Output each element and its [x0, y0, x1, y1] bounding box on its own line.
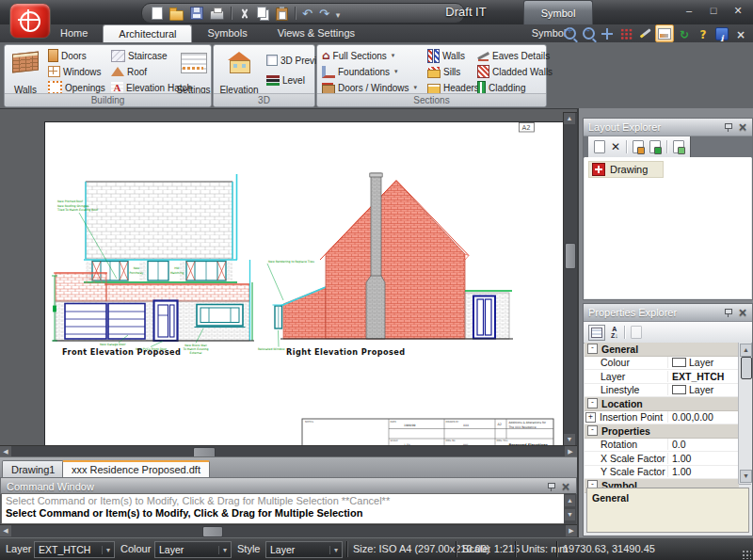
import-layout-icon[interactable]: [633, 140, 644, 153]
scroll-thumb[interactable]: [741, 357, 752, 379]
scroll-thumb[interactable]: [565, 243, 576, 269]
tab-views-settings[interactable]: Views & Settings: [263, 24, 370, 42]
customize-quick-access-icon[interactable]: [336, 5, 341, 22]
pin-icon[interactable]: [724, 122, 732, 132]
pin-icon[interactable]: [724, 308, 732, 317]
level-button[interactable]: Level: [266, 72, 305, 88]
doors-button[interactable]: Doors: [48, 48, 87, 63]
close-panel-icon[interactable]: [738, 307, 747, 318]
colour-combo[interactable]: Layer▾: [154, 541, 232, 558]
symbol-preview-icon[interactable]: [655, 24, 674, 42]
alphabetical-sort-icon[interactable]: AZ↓: [611, 326, 618, 339]
close-button[interactable]: ✕: [730, 4, 745, 17]
zoom-out-icon[interactable]: [580, 25, 597, 41]
refresh-icon[interactable]: [676, 25, 693, 41]
full-sections-button[interactable]: Full Sections▾: [322, 48, 394, 63]
print-icon[interactable]: [210, 10, 224, 20]
drawing-canvas[interactable]: A2: [0, 108, 577, 457]
section-walls-button[interactable]: Walls: [427, 48, 465, 63]
close-panel-icon[interactable]: [738, 121, 747, 133]
property-category-location[interactable]: Location: [585, 397, 739, 411]
tab-drawing1[interactable]: Drawing1: [2, 460, 64, 478]
property-row-rotation[interactable]: Rotation0.0: [585, 439, 739, 453]
eaves-details-button[interactable]: Eaves Details: [477, 48, 550, 63]
canvas-vertical-scrollbar[interactable]: ▲ ▼: [563, 112, 578, 446]
close-panel-icon[interactable]: [561, 481, 570, 492]
zoom-in-icon[interactable]: [561, 25, 578, 41]
copy-icon[interactable]: [257, 7, 266, 18]
tab-residence-proposed[interactable]: xxx Residence Proposed.dft: [62, 460, 210, 479]
property-row-linestyle[interactable]: LinestyleLayer: [585, 384, 739, 398]
open-icon[interactable]: [169, 10, 184, 21]
windows-button[interactable]: Windows: [48, 64, 102, 79]
scroll-up-icon[interactable]: ▲: [740, 344, 752, 357]
linestyle-swatch[interactable]: [672, 385, 686, 394]
property-grid-scrollbar[interactable]: ▲ ▼: [738, 343, 751, 484]
property-row-insertion-point[interactable]: Insertion Point0.00,0.00: [585, 411, 739, 425]
collapse-icon[interactable]: [587, 425, 598, 436]
resize-grip[interactable]: [742, 550, 751, 559]
tab-symbols[interactable]: Symbols: [192, 24, 262, 42]
close-ribbon-icon[interactable]: [732, 25, 749, 41]
scroll-down-icon[interactable]: ▼: [740, 470, 752, 483]
undo-icon[interactable]: [302, 8, 312, 20]
property-row-x-scale[interactable]: X Scale Factor1.00: [585, 452, 739, 466]
info-icon[interactable]: [713, 25, 730, 41]
help-icon[interactable]: [695, 25, 712, 41]
property-row-colour[interactable]: ColourLayer: [585, 357, 739, 371]
property-row-layer[interactable]: LayerEXT_HTCH: [585, 370, 739, 384]
new-layout-icon[interactable]: [594, 140, 605, 153]
cladded-walls-button[interactable]: Cladded Walls: [477, 64, 553, 79]
new-icon[interactable]: [152, 7, 163, 20]
cut-icon[interactable]: [238, 8, 250, 20]
expand-icon[interactable]: [585, 412, 596, 423]
property-pages-icon[interactable]: [631, 326, 642, 339]
delete-layout-icon[interactable]: ✕: [611, 141, 620, 152]
scroll-up-icon[interactable]: ▲: [565, 495, 575, 506]
drawing-sheet[interactable]: A2: [44, 121, 564, 452]
pin-icon[interactable]: [547, 482, 555, 491]
scroll-thumb[interactable]: [202, 526, 223, 537]
redo-icon[interactable]: [319, 8, 329, 20]
right-elevation[interactable]: New Rendering to Replace Tiles Right Ele…: [267, 173, 513, 357]
front-elevation[interactable]: New Pitched Roof New Roofing Shingles Ti…: [52, 174, 285, 357]
collapse-icon[interactable]: [587, 398, 598, 408]
command-horizontal-scrollbar[interactable]: ◀ ▶: [0, 524, 577, 537]
collapse-icon[interactable]: [587, 344, 598, 354]
command-history[interactable]: Select Command or Item(s) to Modify, Cli…: [1, 493, 565, 524]
scroll-down-icon[interactable]: ▼: [564, 434, 575, 445]
grid-icon[interactable]: [617, 25, 634, 41]
save-icon[interactable]: [190, 7, 203, 20]
paste-icon[interactable]: [276, 8, 288, 21]
scroll-up-icon[interactable]: ▲: [564, 113, 575, 124]
style-combo[interactable]: Layer▾: [265, 541, 343, 558]
roof-button[interactable]: Roof: [111, 64, 147, 79]
layer-combo[interactable]: EXT_HTCH▾: [34, 541, 115, 558]
export-layout-icon[interactable]: [673, 140, 684, 153]
minimize-button[interactable]: –: [681, 4, 697, 17]
snap-line-icon[interactable]: [636, 25, 653, 41]
layout-item-drawing[interactable]: Drawing: [588, 161, 664, 178]
colour-swatch[interactable]: [672, 358, 686, 367]
walls-button[interactable]: Walls: [8, 47, 43, 96]
application-menu-button[interactable]: [9, 3, 51, 39]
tab-home[interactable]: Home: [45, 24, 103, 42]
tab-architectural[interactable]: Architectural: [103, 24, 192, 42]
update-layout-icon[interactable]: [649, 140, 661, 153]
scroll-down-icon[interactable]: ▼: [565, 509, 575, 520]
pan-icon[interactable]: [599, 25, 616, 41]
command-vertical-scrollbar[interactable]: ▲ ▼: [564, 493, 576, 524]
scroll-left-icon[interactable]: ◀: [0, 525, 11, 536]
context-tab-symbol[interactable]: Symbol: [523, 0, 593, 25]
maximize-button[interactable]: □: [706, 4, 721, 17]
property-row-y-scale[interactable]: Y Scale Factor1.00: [585, 466, 739, 480]
settings-button[interactable]: Settings: [178, 47, 209, 96]
elevation-button[interactable]: Elevation: [217, 47, 261, 96]
categorized-view-icon[interactable]: [588, 325, 605, 341]
foundations-button[interactable]: Foundations▾: [322, 64, 398, 79]
property-category-general[interactable]: General: [585, 343, 739, 357]
property-category-properties[interactable]: Properties: [585, 424, 739, 439]
scroll-right-icon[interactable]: ▶: [566, 525, 577, 536]
staircase-button[interactable]: Staircase: [111, 48, 168, 63]
drawing-svg[interactable]: A2: [45, 122, 563, 451]
